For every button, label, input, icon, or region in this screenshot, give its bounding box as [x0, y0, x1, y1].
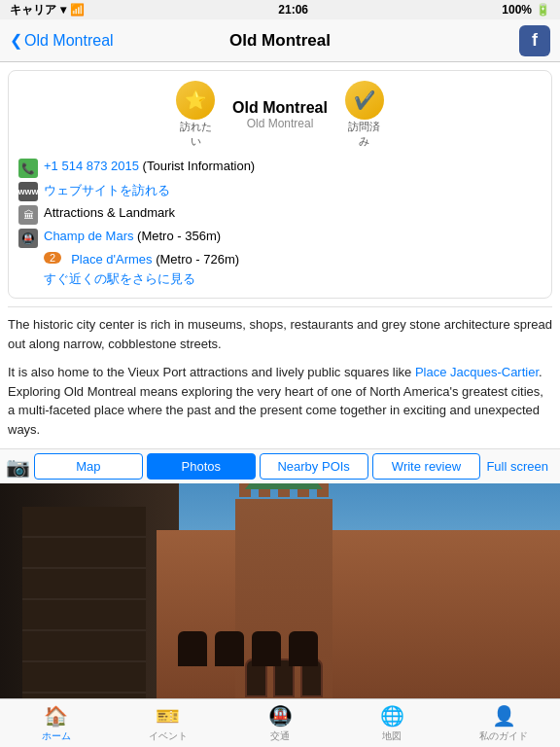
metro2-dist: (Metro - 726m)	[156, 252, 239, 267]
metro1-row: 🚇 Champ de Mars (Metro - 356m)	[18, 229, 542, 248]
status-time: 21:06	[278, 3, 308, 17]
metro2-badge: 2	[44, 252, 61, 264]
place-header: ⭐ 訪れた い Old Montreal Old Montreal ✔️ 訪問済…	[18, 81, 542, 149]
camera-icon-area[interactable]: 📷	[6, 455, 34, 479]
visited-button[interactable]: ✔️ 訪問済 み	[345, 81, 384, 149]
camera-icon: 📷	[6, 455, 30, 479]
description-block: The historic city center is rich in muse…	[8, 315, 552, 439]
visited-icon: ✔️	[345, 81, 384, 120]
metro1-dist: (Metro - 356m)	[137, 229, 221, 243]
want-to-visit-button[interactable]: ⭐ 訪れた い	[176, 81, 215, 149]
description-para2: It is also home to the Vieux Port attrac…	[8, 363, 552, 439]
photo-tabs: Map Photos Nearby POIs Write review	[34, 453, 480, 480]
phone-icon: 📞	[18, 159, 38, 178]
place-sub-name: Old Montreal	[232, 117, 328, 130]
place-main-name: Old Montreal	[232, 99, 328, 117]
bottom-nav-transit[interactable]: 🚇 交通	[224, 699, 335, 747]
see-more-stations[interactable]: すぐ近くの駅をさらに見る	[44, 270, 542, 288]
want-visit-icon: ⭐	[176, 81, 215, 120]
bottom-nav-events[interactable]: 🎫 イベント	[112, 699, 224, 747]
description-para1: The historic city center is rich in muse…	[8, 315, 552, 353]
content-area: ⭐ 訪れた い Old Montreal Old Montreal ✔️ 訪問済…	[0, 70, 560, 747]
tab-map[interactable]: Map	[34, 453, 143, 480]
bottom-nav-home[interactable]: 🏠 ホーム	[0, 699, 112, 747]
landmark-icon: 🏛	[18, 205, 38, 225]
phone-row: 📞 +1 514 873 2015 (Tourist Information)	[18, 159, 542, 178]
website-row: www ウェブサイトを訪れる	[18, 182, 542, 201]
phone-number[interactable]: +1 514 873 2015	[44, 159, 139, 173]
status-battery: 100% 🔋	[502, 3, 550, 17]
tab-photos[interactable]: Photos	[147, 453, 256, 480]
metro-icon: 🚇	[18, 229, 38, 248]
divider1	[8, 306, 552, 307]
bottom-nav: 🏠 ホーム 🎫 イベント 🚇 交通 🌐 地図 👤 私のガイド	[0, 698, 560, 747]
status-carrier: キャリア ▾ 📶	[10, 2, 85, 18]
info-rows: 📞 +1 514 873 2015 (Tourist Information) …	[18, 159, 542, 288]
metro2-row: 2 Place d'Armes (Metro - 726m)	[44, 252, 542, 267]
website-link[interactable]: ウェブサイトを訪れる	[44, 182, 170, 199]
facebook-button[interactable]: f	[519, 25, 550, 56]
category-row: 🏛 Attractions & Landmark	[18, 205, 542, 225]
transit-icon: 🚇	[268, 704, 293, 728]
chevron-left-icon: ❮	[10, 31, 22, 50]
globe-icon: 🌐	[380, 704, 404, 728]
tower-roof	[245, 483, 323, 489]
metro1-name[interactable]: Champ de Mars	[44, 229, 133, 243]
status-bar: キャリア ▾ 📶 21:06 100% 🔋	[0, 0, 560, 19]
category-label: Attractions & Landmark	[44, 205, 175, 220]
phone-suffix: (Tourist Information)	[143, 159, 256, 173]
metro2-name[interactable]: Place d'Armes	[71, 252, 152, 267]
tab-nearby-pois[interactable]: Nearby POIs	[260, 453, 368, 480]
info-card: ⭐ 訪れた い Old Montreal Old Montreal ✔️ 訪問済…	[8, 70, 552, 299]
person-icon: 👤	[492, 704, 516, 728]
place-jacques-cartier-link[interactable]: Place Jacques-Cartier	[415, 365, 539, 379]
place-name-block: Old Montreal Old Montreal	[232, 99, 328, 130]
photo-tab-row: 📷 Map Photos Nearby POIs Write review Fu…	[0, 448, 560, 483]
back-button[interactable]: ❮ Old Montreal	[10, 31, 114, 50]
bottom-nav-map[interactable]: 🌐 地図	[336, 699, 448, 747]
web-icon: www	[18, 182, 38, 201]
home-icon: 🏠	[44, 704, 68, 728]
nav-title: Old Montreal	[229, 31, 331, 51]
tab-write-review[interactable]: Write review	[372, 453, 481, 480]
bottom-nav-guide[interactable]: 👤 私のガイド	[448, 699, 560, 747]
events-icon: 🎫	[156, 704, 180, 728]
fullscreen-button[interactable]: Full screen	[480, 454, 554, 479]
nav-bar: ❮ Old Montreal Old Montreal f	[0, 19, 560, 62]
